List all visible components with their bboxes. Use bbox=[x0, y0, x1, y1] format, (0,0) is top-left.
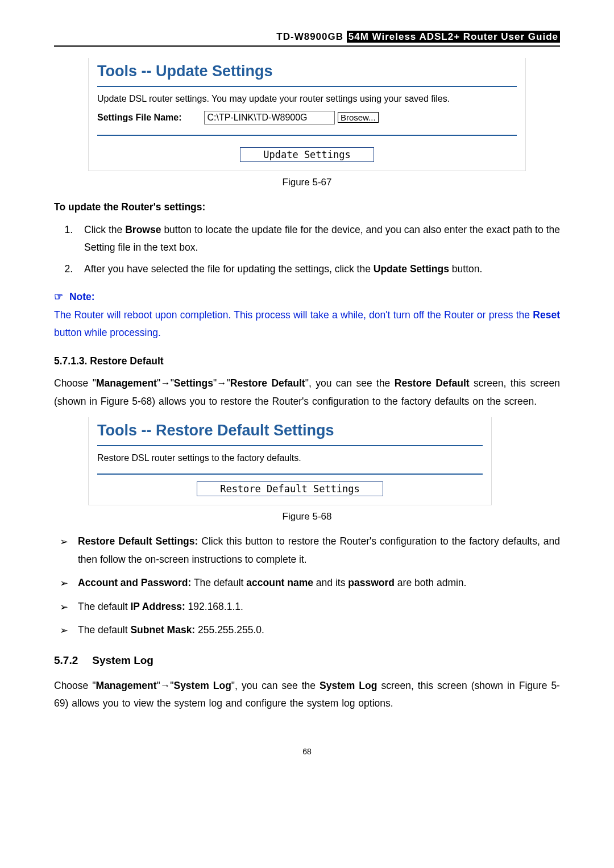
button-row: Update Settings bbox=[89, 147, 525, 162]
figure2-description: Restore DSL router settings to the facto… bbox=[89, 453, 491, 469]
steps-heading: To update the Router's settings: bbox=[54, 198, 560, 217]
body-2: Restore Default Settings: Click this but… bbox=[54, 533, 560, 713]
figure-title: Tools -- Update Settings bbox=[89, 58, 525, 86]
figure2-rule-2 bbox=[97, 474, 483, 475]
figure-caption: Figure 5-67 bbox=[54, 177, 560, 188]
figure2-title: Tools -- Restore Default Settings bbox=[89, 417, 491, 445]
note-heading: ☞ Note: bbox=[54, 288, 560, 306]
figure-description: Update DSL router settings. You may upda… bbox=[89, 94, 525, 110]
settings-file-input[interactable] bbox=[204, 111, 335, 124]
file-label: Settings File Name: bbox=[97, 113, 181, 123]
system-log-heading: 5.7.2 System Log bbox=[54, 651, 560, 670]
page-number: 68 bbox=[54, 747, 560, 756]
pointing-hand-icon: ☞ bbox=[54, 288, 67, 306]
guide-title: 54M Wireless ADSL2+ Router User Guide bbox=[347, 31, 560, 43]
figure-rule bbox=[97, 86, 517, 87]
restore-default-heading: 5.7.1.3. Restore Default bbox=[54, 352, 560, 371]
bullet-restore: Restore Default Settings: Click this but… bbox=[60, 533, 560, 568]
system-log-paragraph: Choose "Management"→"System Log", you ca… bbox=[54, 677, 560, 713]
steps-list: Click the Browse button to locate the up… bbox=[54, 221, 560, 279]
model-number: TD-W8900GB bbox=[276, 31, 343, 42]
bullet-list: Restore Default Settings: Click this but… bbox=[54, 533, 560, 639]
page-header: TD-W8900GB 54M Wireless ADSL2+ Router Us… bbox=[54, 31, 560, 43]
figure-rule-2 bbox=[97, 135, 517, 136]
restore-default-paragraph: Choose "Management"→"Settings"→"Restore … bbox=[54, 375, 560, 410]
button-row-2: Restore Default Settings bbox=[89, 481, 491, 496]
update-settings-button[interactable]: Update Settings bbox=[240, 147, 374, 162]
step-2: After you have selected the file for upd… bbox=[76, 260, 560, 279]
restore-default-button[interactable]: Restore Default Settings bbox=[197, 481, 383, 496]
figure2-rule bbox=[97, 445, 483, 446]
step-1: Click the Browse button to locate the up… bbox=[76, 221, 560, 257]
document-page: TD-W8900GB 54M Wireless ADSL2+ Router Us… bbox=[0, 0, 614, 779]
bullet-mask: The default Subnet Mask: 255.255.255.0. bbox=[60, 621, 560, 639]
file-controls: Brosew... bbox=[204, 111, 378, 124]
browse-button[interactable]: Brosew... bbox=[338, 112, 379, 123]
figure-restore-default: Tools -- Restore Default Settings Restor… bbox=[88, 417, 492, 505]
file-row: Settings File Name: Brosew... bbox=[89, 110, 525, 126]
body: To update the Router's settings: Click t… bbox=[54, 198, 560, 410]
figure2-caption: Figure 5-68 bbox=[54, 511, 560, 522]
bullet-account: Account and Password: The default accoun… bbox=[60, 574, 560, 592]
header-rule bbox=[54, 45, 560, 47]
note-body: The Router will reboot upon completion. … bbox=[54, 306, 560, 342]
figure-update-settings: Tools -- Update Settings Update DSL rout… bbox=[88, 58, 526, 171]
bullet-ip: The default IP Address: 192.168.1.1. bbox=[60, 598, 560, 616]
